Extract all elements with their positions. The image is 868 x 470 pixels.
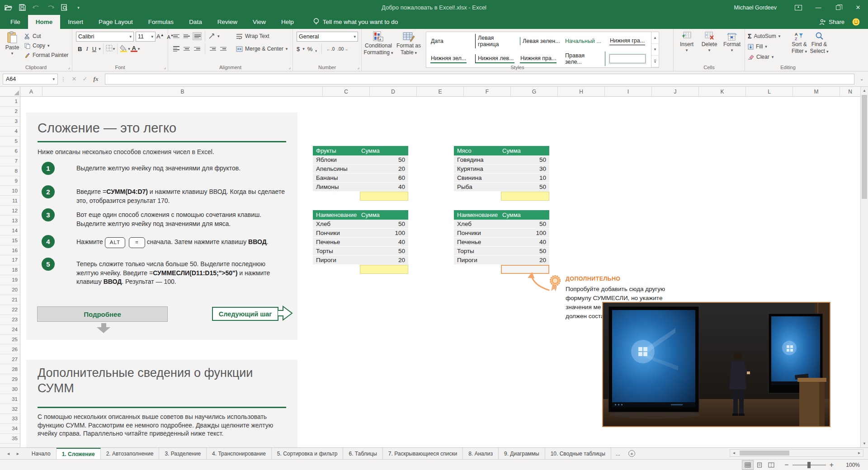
sheet-tab[interactable]: 5. Сортировка и фильтр — [272, 448, 344, 459]
row-header[interactable]: 18 — [0, 265, 20, 275]
table-row[interactable]: Пироги20 — [313, 256, 408, 265]
gallery-scroll-down[interactable]: ▼ — [651, 44, 659, 56]
clipboard-dialog-launcher[interactable]: ⌟ — [68, 65, 70, 70]
table-row[interactable]: Лимоны40 — [313, 183, 408, 192]
decrease-indent-icon[interactable] — [208, 45, 217, 53]
ribbon-tab[interactable]: Insert — [60, 15, 91, 29]
table-row[interactable]: Рыба50 — [454, 183, 549, 192]
sheet-nav-right-icon[interactable]: ► — [16, 451, 20, 456]
row-header[interactable]: 34 — [0, 424, 20, 434]
table-row[interactable]: Бананы60 — [313, 174, 408, 183]
clear-button[interactable]: Clear ▾ — [748, 52, 774, 61]
horizontal-scrollbar[interactable]: ◄ ► — [730, 449, 863, 457]
autosum-button[interactable]: Σ AutoSum ▾ — [748, 32, 780, 41]
row-header[interactable]: 11 — [0, 196, 20, 206]
table-row[interactable]: Торты50 — [313, 247, 408, 256]
column-header[interactable]: G — [511, 87, 558, 97]
column-header[interactable]: D — [370, 87, 417, 97]
bold-button[interactable]: B — [76, 45, 84, 53]
increase-decimal-button[interactable]: ←.0 — [326, 47, 335, 52]
row-header[interactable]: 6 — [0, 146, 20, 156]
ribbon-tab[interactable]: Page Layout — [91, 15, 141, 29]
row-header[interactable]: 8 — [0, 166, 20, 176]
alignment-dialog-launcher[interactable]: ⌟ — [288, 65, 291, 70]
vertical-scrollbar[interactable]: ▲ ▼ — [860, 87, 868, 447]
embedded-video-player[interactable] — [602, 302, 830, 427]
expand-formula-bar-icon[interactable]: ⌄ — [857, 76, 866, 82]
style-chip[interactable]: Левая граница — [471, 32, 516, 50]
row-header[interactable]: 10 — [0, 186, 20, 196]
orientation-button[interactable] — [208, 32, 216, 41]
sheet-tab[interactable]: 1. Сложение — [57, 448, 101, 459]
row-header[interactable]: 3 — [0, 117, 20, 127]
fill-color-dropdown-icon[interactable]: ▾ — [128, 47, 130, 51]
row-header[interactable]: 13 — [0, 216, 20, 226]
sheet-tab[interactable]: 10. Сводные таблицы — [545, 448, 611, 459]
sheet-tab[interactable]: 7. Раскрывающиеся списки — [383, 448, 463, 459]
gallery-scroll-up[interactable]: ▲ — [651, 32, 659, 44]
align-bottom-icon[interactable] — [193, 32, 202, 40]
row-header[interactable]: 16 — [0, 245, 20, 255]
conditional-formatting-button[interactable]: ≠ Conditional Formatting▾ — [363, 31, 393, 56]
merge-center-button[interactable]: Merge & Center ▾ — [236, 44, 288, 53]
comma-button[interactable]: , — [315, 46, 317, 52]
row-header[interactable]: 15 — [0, 235, 20, 245]
borders-dropdown-icon[interactable]: ▾ — [113, 47, 115, 51]
table-row[interactable]: Печенье40 — [454, 238, 549, 247]
insert-function-icon[interactable]: fx — [90, 75, 101, 83]
ribbon-tab[interactable]: Data — [181, 15, 210, 29]
table-row[interactable]: Хлеб50 — [454, 220, 549, 229]
fill-color-button[interactable] — [120, 45, 127, 53]
underline-dropdown-icon[interactable]: ▾ — [99, 47, 101, 51]
more-details-button[interactable]: Подробнее — [37, 306, 168, 322]
formula-input[interactable] — [105, 74, 854, 85]
column-header[interactable]: K — [699, 87, 746, 97]
column-header[interactable]: J — [652, 87, 699, 97]
sheet-tab[interactable]: 8. Анализ — [463, 448, 499, 459]
sheet-tab[interactable]: 4. Транспонирование — [207, 448, 272, 459]
ribbon-display-options-button[interactable] — [788, 0, 808, 15]
restore-button[interactable] — [828, 0, 848, 15]
ribbon-tab[interactable]: View — [245, 15, 274, 29]
borders-button[interactable] — [106, 45, 113, 53]
user-name[interactable]: Michael Gordeev — [734, 5, 777, 11]
row-header[interactable]: 27 — [0, 354, 20, 364]
sheet-tab[interactable]: 9. Диаграммы — [499, 448, 545, 459]
vertical-scroll-thumb[interactable] — [862, 95, 867, 199]
font-size-combo[interactable]: 11 ▾ — [136, 32, 156, 42]
sheet-tab[interactable]: Начало — [26, 448, 57, 459]
row-header[interactable]: 28 — [0, 364, 20, 374]
number-dialog-launcher[interactable]: ⌟ — [357, 65, 359, 70]
row-header[interactable]: 21 — [0, 295, 20, 305]
orientation-dropdown-icon[interactable]: ▾ — [217, 34, 220, 38]
table-row[interactable]: Апельсины20 — [313, 164, 408, 174]
sort-filter-button[interactable]: AZ Sort & Filter▾ — [789, 32, 809, 54]
table-row[interactable]: Курятина30 — [454, 164, 549, 174]
row-header[interactable]: 26 — [0, 344, 20, 354]
sheet-tab[interactable]: 2. Автозаполнение — [101, 448, 160, 459]
share-button[interactable]: Share — [819, 15, 844, 29]
column-header[interactable]: L — [746, 87, 793, 97]
new-sheet-button[interactable]: + — [628, 450, 635, 457]
table-row[interactable]: Хлеб50 — [313, 220, 408, 229]
row-header[interactable]: 24 — [0, 325, 20, 335]
tell-me-box[interactable]: Tell me what you want to do — [313, 15, 398, 29]
italic-button[interactable]: I — [84, 44, 90, 53]
row-header[interactable]: 20 — [0, 285, 20, 295]
row-header[interactable]: 31 — [0, 394, 20, 404]
row-header[interactable]: 2 — [0, 107, 20, 117]
row-header[interactable]: 23 — [0, 315, 20, 325]
row-header[interactable]: 12 — [0, 206, 20, 216]
ribbon-tab[interactable]: File — [3, 15, 28, 29]
table-row[interactable]: Говядина50 — [454, 155, 549, 164]
increase-font-icon[interactable]: A▲ — [156, 33, 164, 40]
decrease-decimal-button[interactable]: .00→ — [337, 47, 348, 52]
delete-cells-button[interactable]: Delete ▾ — [699, 32, 720, 52]
table-row[interactable]: Торты50 — [454, 247, 549, 256]
format-cells-button[interactable]: Format ▾ — [722, 32, 742, 52]
normal-view-button[interactable] — [742, 460, 754, 470]
select-all-corner[interactable] — [0, 87, 20, 97]
next-step-button[interactable]: Следующий шаг — [212, 307, 278, 321]
row-header[interactable]: 19 — [0, 275, 20, 285]
column-header[interactable]: C — [323, 87, 370, 97]
